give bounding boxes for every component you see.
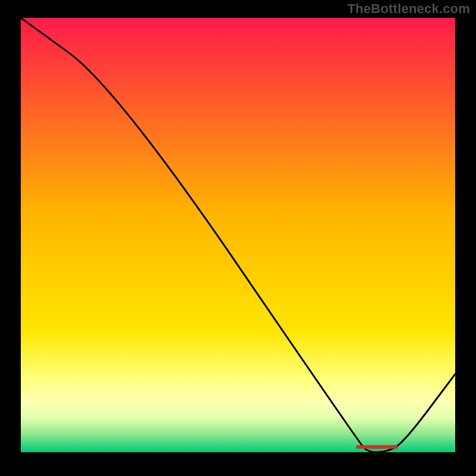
watermark-text: TheBottleneck.com [347, 1, 470, 17]
plot-background [21, 18, 455, 452]
plot-svg [21, 18, 455, 452]
optimal-marker-icon [356, 445, 398, 449]
chart-outer: TheBottleneck.com [0, 0, 476, 476]
plot-frame [21, 18, 455, 452]
